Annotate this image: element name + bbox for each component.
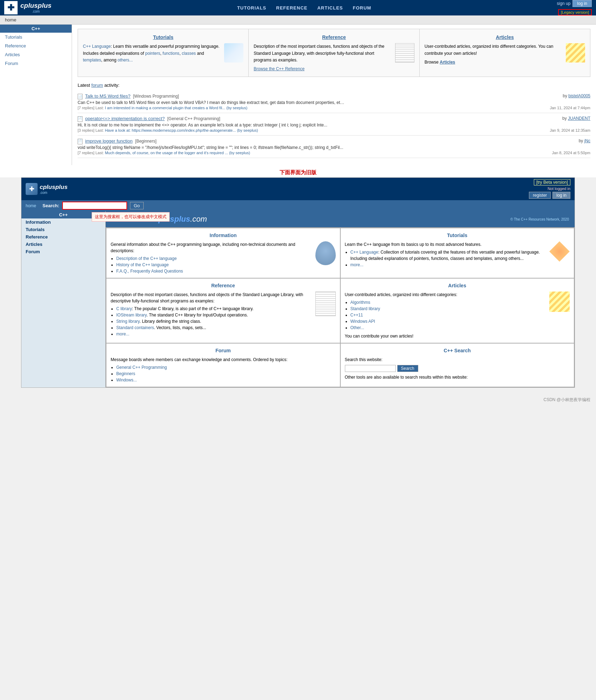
logo-text-group: cplusplus .com (20, 2, 52, 13)
nav-forum[interactable]: FORUM (353, 5, 371, 11)
legacy-home-link[interactable]: home (26, 203, 36, 208)
sidebar-tutorials-link[interactable]: Tutorials (5, 34, 22, 40)
forum-post-2: 📄 operator<=> implementation is correct?… (78, 113, 590, 136)
reference-card-title[interactable]: Reference (322, 34, 346, 40)
faq-link[interactable]: F.A.Q., Frequently Asked Questions (116, 269, 183, 274)
legacy-sidebar-item-tutorials[interactable]: Tutorials (21, 226, 105, 233)
legacy-tutorials-link[interactable]: Tutorials (26, 227, 45, 232)
legacy-articles-link[interactable]: Articles (26, 242, 42, 247)
legacy-login-button[interactable]: log in (552, 192, 570, 199)
others-link[interactable]: others... (118, 58, 133, 63)
post1-category: [Windows Programming] (133, 94, 179, 99)
post2-last-link[interactable]: Have a look at: https://www.modernescpp.… (105, 128, 258, 132)
art-other-link[interactable]: Other... (351, 325, 364, 330)
browse-articles-link[interactable]: Articles (440, 60, 455, 65)
cell-reference-body: Description of the most important classe… (111, 292, 336, 304)
winapi-link[interactable]: Windows API (351, 319, 375, 324)
legacy-cell-articles: Articles User-contributed articles, orga… (340, 278, 575, 343)
post1-last-link[interactable]: I am interested in making a commercial p… (105, 106, 248, 110)
search-annotation: 这里为搜索框，也可以修改成中文模式 (92, 212, 170, 222)
legacy-content-grid: Information General information about th… (106, 228, 575, 387)
cell-forum-body: Message boards where members can exchang… (111, 356, 336, 363)
tutorials-card-title[interactable]: Tutorials (153, 34, 173, 40)
containers-link[interactable]: Standard containers (116, 325, 154, 330)
forum-more-link[interactable]: Windows... (116, 378, 137, 382)
copyright-text: © The C++ Resources Network, 2020 (510, 217, 569, 221)
pointers-link[interactable]: pointers (145, 51, 160, 56)
watermark: CSDN @小林悠夜学编程 (0, 395, 596, 405)
legacy-sidebar-item-forum[interactable]: Forum (21, 248, 105, 255)
sign-up-link[interactable]: sign up (557, 1, 571, 6)
general-cpp-link[interactable]: General C++ Programming (116, 365, 167, 370)
content-area: Tutorials C++ Language: Learn this versa… (72, 25, 596, 165)
post3-by-label: by (579, 138, 584, 143)
cell-forum-title: Forum (111, 347, 336, 354)
tutorials-card: Tutorials C++ Language: Learn this versa… (78, 29, 249, 77)
cpplanguage-link[interactable]: C++ Language (83, 44, 111, 49)
legacy-reference-link[interactable]: Reference (26, 234, 48, 240)
cell-articles-title: Articles (345, 282, 570, 289)
post2-title[interactable]: operator<=> implementation is correct? (85, 116, 165, 121)
stdlib-link[interactable]: Standard library (351, 306, 380, 311)
legacy-version-button[interactable]: [Legacy version] (558, 9, 592, 15)
nav-tutorials[interactable]: TUTORIALS (237, 5, 266, 11)
browse-reference-link[interactable]: Browse the C++ Reference (254, 66, 304, 71)
post3-footer-left: [7 replies] Last: Much depends, of cours… (78, 151, 250, 155)
post3-date: Jan 8, 2024 at 5:50pm (552, 151, 590, 155)
articles-card-title[interactable]: Articles (496, 34, 514, 40)
post3-title[interactable]: improve logger function (85, 138, 132, 144)
post3-last-link[interactable]: Much depends, of course, on the usage of… (105, 151, 250, 155)
log-in-button[interactable]: log in (572, 0, 592, 7)
legacy-more-tutorials[interactable]: more... (351, 262, 364, 267)
legacy-not-logged: Not logged in (548, 187, 570, 191)
post1-title[interactable]: Talk to MS Word files? (85, 93, 130, 99)
legacy-register-button[interactable]: register (529, 192, 551, 199)
nav-articles[interactable]: ARTICLES (317, 5, 343, 11)
classes-link[interactable]: classes (182, 51, 196, 56)
ref-more-link[interactable]: more... (116, 332, 129, 336)
cell-information-title: Information (111, 232, 336, 239)
legacy-information-link[interactable]: Information (26, 220, 51, 225)
legacy-go-button[interactable]: Go (130, 202, 144, 209)
post2-by-user[interactable]: JUANDENT (568, 116, 590, 121)
reference-card-image (395, 43, 414, 63)
post3-by-user[interactable]: jNc (584, 138, 590, 143)
legacy-logo-dotcom: .com (40, 191, 67, 195)
legacy-site-search-input[interactable] (345, 365, 396, 372)
cell-articles-body: User-contributed articles, organized int… (345, 292, 570, 298)
sidebar-item-reference[interactable]: Reference (0, 41, 72, 50)
sidebar-item-forum[interactable]: Forum (0, 59, 72, 68)
legacy-sidebar-item-reference[interactable]: Reference (21, 233, 105, 241)
welcome-banner: Welcome to cplusplus.com © The C++ Resou… (106, 211, 575, 228)
history-link[interactable]: History of the C++ language (116, 262, 169, 267)
sidebar-articles-link[interactable]: Articles (5, 52, 20, 57)
sidebar-reference-link[interactable]: Reference (5, 43, 26, 48)
forum-link[interactable]: forum (91, 83, 103, 88)
c-library-link[interactable]: C library (116, 306, 132, 311)
post1-by-user[interactable]: bistelA0005 (568, 93, 590, 98)
nav-reference[interactable]: REFERENCE (276, 5, 307, 11)
legacy-site-search-button[interactable]: Search (397, 365, 418, 372)
algorithms-link[interactable]: Algorithms (351, 300, 371, 305)
post2-by-label: by (562, 116, 568, 121)
legacy-cell-forum: Forum Message boards where members can e… (106, 343, 340, 387)
string-library-link[interactable]: String library (116, 319, 139, 324)
cpp11-link[interactable]: C++11 (351, 313, 363, 318)
legacy-search-input[interactable] (62, 202, 127, 210)
functions-link[interactable]: functions (163, 51, 179, 56)
legacy-cpplang-link[interactable]: C++ Language (351, 250, 378, 255)
legacy-sidebar-item-articles[interactable]: Articles (21, 241, 105, 248)
beginners-link[interactable]: Beginners (116, 371, 135, 376)
articles-card-image (566, 43, 585, 63)
cell-reference-title: Reference (111, 282, 336, 289)
sidebar-forum-link[interactable]: Forum (5, 61, 18, 66)
description-link[interactable]: Description of the C++ language (116, 256, 177, 261)
templates-link[interactable]: templates (83, 58, 101, 63)
legacy-cell-information: Information General information about th… (106, 228, 340, 278)
iostream-link[interactable]: IOStream library (116, 313, 146, 318)
post2-category: [General C++ Programming] (167, 116, 220, 121)
auth-row: sign up log in (557, 0, 592, 7)
legacy-forum-link[interactable]: Forum (26, 249, 40, 254)
sidebar-item-tutorials[interactable]: Tutorials (0, 33, 72, 41)
sidebar-item-articles[interactable]: Articles (0, 50, 72, 59)
